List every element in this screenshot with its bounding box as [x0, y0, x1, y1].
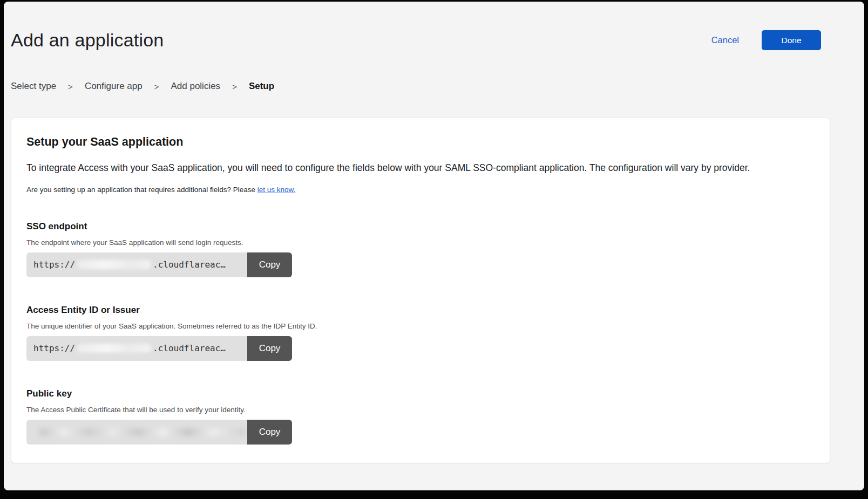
field-section-entity-id: Access Entity ID or Issuer The unique id… — [26, 305, 815, 361]
setup-card: Setup your SaaS application To integrate… — [11, 118, 830, 463]
header-actions: Cancel Done — [711, 30, 821, 50]
field-label: SSO endpoint — [26, 221, 815, 232]
field-description: The endpoint where your SaaS application… — [26, 238, 815, 247]
field-description: The unique identifier of your SaaS appli… — [26, 322, 815, 330]
breadcrumb-separator: > — [232, 82, 237, 91]
done-button[interactable]: Done — [762, 30, 821, 50]
copy-button-entity-id[interactable]: Copy — [247, 336, 292, 361]
breadcrumb-separator: > — [68, 82, 73, 91]
value-prefix: https:// — [33, 343, 75, 353]
public-key-value — [26, 420, 247, 445]
breadcrumb-step-setup: Setup — [249, 81, 274, 92]
breadcrumb-separator: > — [154, 82, 159, 91]
entity-id-field: https://.cloudflareac… Copy — [26, 336, 292, 361]
let-us-know-link[interactable]: let us know. — [257, 186, 296, 194]
card-note-text: Are you setting up an application that r… — [26, 186, 257, 194]
value-suffix: .cloudflareac… — [153, 343, 226, 353]
breadcrumb-step-select-type[interactable]: Select type — [11, 81, 56, 92]
card-heading: Setup your SaaS application — [26, 135, 815, 149]
copy-button-public-key[interactable]: Copy — [247, 420, 292, 445]
field-label: Access Entity ID or Issuer — [26, 305, 815, 316]
field-section-public-key: Public key The Access Public Certificate… — [26, 388, 815, 445]
redacted-value-blur — [39, 428, 246, 436]
breadcrumb: Select type > Configure app > Add polici… — [11, 81, 864, 92]
entity-id-value: https://.cloudflareac… — [26, 336, 247, 361]
page-title: Add an application — [11, 30, 164, 51]
value-suffix: .cloudflareac… — [153, 259, 226, 270]
public-key-field: Copy — [26, 420, 292, 445]
page-header: Add an application Cancel Done — [11, 30, 821, 51]
cancel-button[interactable]: Cancel — [711, 35, 739, 45]
app-window: Add an application Cancel Done Select ty… — [4, 2, 864, 490]
breadcrumb-step-configure-app[interactable]: Configure app — [85, 81, 143, 92]
sso-endpoint-field: https://.cloudflareac… Copy — [26, 252, 292, 277]
field-label: Public key — [26, 388, 815, 399]
breadcrumb-step-add-policies[interactable]: Add policies — [171, 81, 220, 92]
redacted-value-blur — [77, 260, 151, 269]
card-note: Are you setting up an application that r… — [26, 186, 815, 194]
redacted-value-blur — [77, 344, 151, 353]
field-section-sso-endpoint: SSO endpoint The endpoint where your Saa… — [26, 221, 815, 277]
value-prefix: https:// — [33, 259, 75, 270]
card-intro-text: To integrate Access with your SaaS appli… — [26, 162, 815, 174]
sso-endpoint-value: https://.cloudflareac… — [26, 252, 247, 277]
copy-button-sso-endpoint[interactable]: Copy — [247, 252, 292, 277]
field-description: The Access Public Certificate that will … — [26, 406, 815, 414]
